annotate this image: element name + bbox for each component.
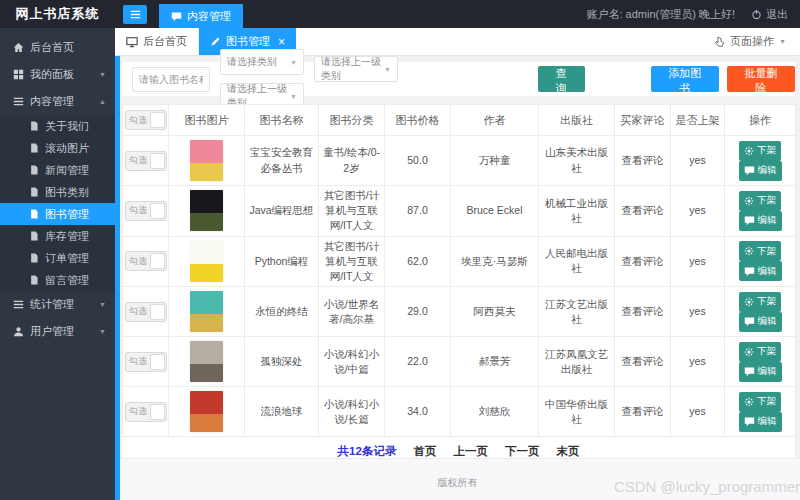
view-comments-link[interactable]: 查看评论: [622, 154, 664, 166]
column-header: 作者: [451, 105, 539, 136]
sidebar-item-库存管理[interactable]: 库存管理: [0, 225, 115, 247]
top-nav-content-management[interactable]: 内容管理: [159, 4, 243, 28]
account-text: 账户名: admin(管理员) 晚上好!: [586, 7, 735, 22]
book-cover-image: [190, 291, 223, 332]
on-shelf-cell: yes: [671, 186, 725, 237]
column-header: 图书名称: [245, 105, 319, 136]
sidebar-item-图书类别[interactable]: 图书类别: [0, 181, 115, 203]
off-shelf-button[interactable]: 下架: [739, 342, 781, 362]
off-shelf-button[interactable]: 下架: [739, 141, 781, 161]
sidebar-toggle-button[interactable]: [123, 5, 147, 24]
switch-knob: [150, 112, 165, 128]
book-publisher-cell: 中国华侨出版社: [539, 387, 615, 437]
sidebar-item-后台首页[interactable]: 后台首页: [0, 34, 115, 61]
edit-button[interactable]: 编辑: [739, 161, 782, 181]
book-price-cell: 22.0: [385, 337, 451, 387]
edit-button[interactable]: 编辑: [739, 312, 782, 332]
select-all-switch[interactable]: 勾选: [125, 110, 167, 130]
sidebar-item-订单管理[interactable]: 订单管理: [0, 247, 115, 269]
book-category-cell: 小说/科幻小说/中篇: [319, 337, 385, 387]
sidebar-item-用户管理[interactable]: 用户管理▼: [0, 318, 115, 345]
doc-icon: [29, 121, 39, 131]
view-comments-link[interactable]: 查看评论: [622, 255, 664, 267]
sidebar-item-图书管理[interactable]: 图书管理: [0, 203, 115, 225]
sidebar: 后台首页我的面板▼内容管理▲关于我们滚动图片新闻管理图书类别图书管理库存管理订单…: [0, 28, 115, 500]
tab-backend-home[interactable]: 后台首页: [115, 28, 199, 55]
switch-label: 勾选: [126, 355, 147, 368]
page-actions-dropdown[interactable]: 页面操作 ▼: [714, 28, 786, 55]
book-category-cell: 其它图书/计算机与互联网/IT人文: [319, 186, 385, 237]
off-shelf-button[interactable]: 下架: [739, 241, 781, 261]
off-shelf-button[interactable]: 下架: [739, 292, 781, 312]
sidebar-item-内容管理[interactable]: 内容管理▲: [0, 88, 115, 115]
book-price-cell: 50.0: [385, 136, 451, 186]
doc-icon: [29, 253, 39, 263]
power-icon: [751, 9, 762, 20]
chevron-down-icon: ▼: [384, 66, 391, 73]
column-header: 操作: [725, 105, 796, 136]
edit-button[interactable]: 编辑: [739, 211, 782, 231]
search-button[interactable]: 查询: [538, 66, 585, 92]
off-shelf-button[interactable]: 下架: [739, 191, 781, 211]
edit-icon: [210, 36, 221, 47]
doc-icon: [29, 187, 39, 197]
book-name-input[interactable]: [132, 67, 210, 92]
content-accent-bar: [115, 56, 120, 500]
view-comments-link[interactable]: 查看评论: [622, 405, 664, 417]
doc-icon: [29, 231, 39, 241]
hand-pointer-icon: [714, 36, 725, 47]
switch-label: 勾选: [126, 305, 147, 318]
add-book-button[interactable]: 添加图书: [651, 66, 719, 92]
edit-button[interactable]: 编辑: [739, 412, 782, 432]
row-select-switch[interactable]: 勾选: [125, 402, 167, 422]
chevron-down-icon: ▼: [290, 59, 297, 66]
sidebar-item-label: 库存管理: [45, 229, 89, 244]
row-select-switch[interactable]: 勾选: [125, 251, 167, 271]
row-select-switch[interactable]: 勾选: [125, 201, 167, 221]
logout-button[interactable]: 退出: [751, 7, 788, 22]
edit-button[interactable]: 编辑: [739, 362, 782, 382]
book-category-cell: 其它图书/计算机与互联网/IT人文: [319, 236, 385, 287]
table-row: 勾选 Java编程思想 其它图书/计算机与互联网/IT人文 87.0 Bruce…: [123, 186, 796, 237]
row-select-switch[interactable]: 勾选: [125, 151, 167, 171]
book-price-cell: 29.0: [385, 287, 451, 337]
book-publisher-cell: 机械工业出版社: [539, 186, 615, 237]
on-shelf-cell: yes: [671, 337, 725, 387]
select-placeholder: 请选择上一级类别: [321, 55, 384, 83]
sidebar-item-我的面板[interactable]: 我的面板▼: [0, 61, 115, 88]
sidebar-item-label: 滚动图片: [45, 141, 89, 156]
row-select-switch[interactable]: 勾选: [125, 352, 167, 372]
book-author-cell: 刘慈欣: [451, 387, 539, 437]
view-comments-link[interactable]: 查看评论: [622, 305, 664, 317]
sidebar-item-滚动图片[interactable]: 滚动图片: [0, 137, 115, 159]
on-shelf-cell: yes: [671, 287, 725, 337]
sidebar-item-label: 统计管理: [30, 297, 74, 312]
table-header-row: 勾选 图书图片图书名称图书分类图书价格作者出版社买家评论是否上架操作: [123, 105, 796, 136]
logout-label: 退出: [766, 7, 788, 22]
view-comments-link[interactable]: 查看评论: [622, 204, 664, 216]
column-header: 买家评论: [615, 105, 671, 136]
view-comments-link[interactable]: 查看评论: [622, 355, 664, 367]
table-row: 勾选 永恒的终结 小说/世界名著/高尔基 29.0 阿西莫夫 江苏文艺出版社 查…: [123, 287, 796, 337]
off-shelf-button[interactable]: 下架: [739, 392, 781, 412]
sidebar-item-统计管理[interactable]: 统计管理▼: [0, 291, 115, 318]
hamburger-icon: [130, 9, 141, 20]
switch-knob: [150, 253, 165, 269]
sidebar-item-留言管理[interactable]: 留言管理: [0, 269, 115, 291]
chevron-down-icon: ▼: [99, 301, 106, 308]
switch-knob: [150, 304, 165, 320]
close-tab-icon[interactable]: ×: [278, 36, 285, 48]
edit-button[interactable]: 编辑: [739, 261, 782, 281]
sidebar-item-新闻管理[interactable]: 新闻管理: [0, 159, 115, 181]
sidebar-item-label: 我的面板: [30, 67, 74, 82]
bulk-delete-button[interactable]: 批量删除: [727, 66, 795, 92]
category-select-1[interactable]: 请选择类别▼: [220, 49, 304, 75]
switch-knob: [150, 404, 165, 420]
category-select-2[interactable]: 请选择上一级类别▼: [314, 56, 398, 82]
sidebar-item-label: 图书类别: [45, 185, 89, 200]
row-select-switch[interactable]: 勾选: [125, 302, 167, 322]
book-name-cell: 永恒的终结: [245, 287, 319, 337]
book-price-cell: 87.0: [385, 186, 451, 237]
sidebar-item-关于我们[interactable]: 关于我们: [0, 115, 115, 137]
sidebar-item-label: 订单管理: [45, 251, 89, 266]
